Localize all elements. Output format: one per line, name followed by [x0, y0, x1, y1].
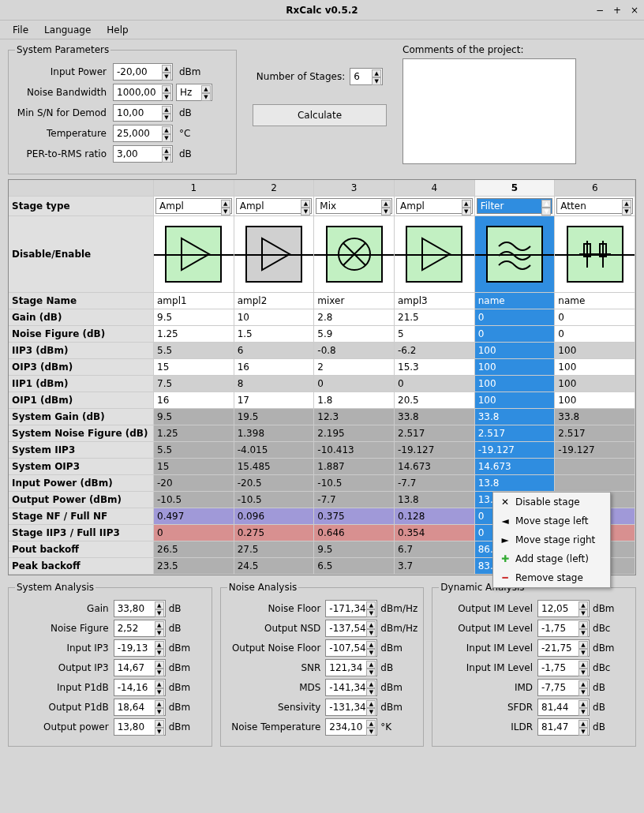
stage-type-select-4[interactable]: Filter▲▼	[477, 198, 553, 214]
cell-12-3[interactable]: 13.8	[395, 492, 475, 508]
minimize-button[interactable]: −	[595, 6, 605, 15]
cell-10-1[interactable]: 15.485	[234, 459, 315, 474]
cell-10-4[interactable]: 14.673	[475, 459, 556, 474]
cell-15-2[interactable]: 9.5	[314, 541, 395, 557]
cell-16-3[interactable]: 3.7	[395, 558, 475, 574]
maximize-button[interactable]: +	[612, 6, 622, 15]
cell-0-2[interactable]: mixer	[314, 293, 395, 309]
cell-16-0[interactable]: 23.5	[154, 558, 234, 574]
col-header-1[interactable]: 1	[154, 180, 234, 196]
cell-14-3[interactable]: 0.354	[395, 525, 475, 541]
cell-13-1[interactable]: 0.096	[234, 508, 315, 524]
cell-7-3[interactable]: 33.8	[395, 409, 475, 425]
menu-language[interactable]: Language	[36, 23, 99, 37]
sys-an-input-0[interactable]: 33,80▲▼	[114, 600, 166, 617]
cell-1-3[interactable]: 21.5	[395, 309, 475, 325]
cell-5-3[interactable]: 0	[395, 376, 475, 392]
cell-4-4[interactable]: 100	[475, 359, 556, 375]
cell-9-1[interactable]: -4.015	[234, 442, 315, 458]
cell-10-2[interactable]: 1.887	[314, 459, 395, 474]
cell-11-3[interactable]: -7.7	[395, 475, 475, 491]
cell-15-0[interactable]: 26.5	[154, 541, 234, 557]
cell-11-2[interactable]: -10.5	[314, 475, 395, 491]
cell-5-2[interactable]: 0	[314, 376, 395, 392]
cell-3-0[interactable]: 5.5	[154, 343, 234, 358]
noise-an-input-1[interactable]: -137,54▲▼	[325, 620, 377, 637]
cell-8-3[interactable]: 2.517	[395, 425, 475, 441]
cell-2-5[interactable]: 0	[555, 326, 635, 342]
stage-type-select-1[interactable]: Ampl▲▼	[236, 198, 313, 214]
cell-2-1[interactable]: 1.5	[234, 326, 315, 342]
sys-an-input-6[interactable]: 13,80▲▼	[114, 718, 166, 736]
noise-an-input-4[interactable]: -141,34▲▼	[325, 679, 377, 696]
cell-12-2[interactable]: -7.7	[314, 492, 395, 508]
dyn-an-input-6[interactable]: 81,47▲▼	[537, 718, 590, 736]
cell-1-4[interactable]: 0	[475, 309, 556, 325]
enable-cell-5[interactable]	[555, 216, 635, 292]
cell-7-0[interactable]: 9.5	[154, 409, 234, 425]
cell-1-2[interactable]: 2.8	[314, 309, 395, 325]
cell-7-4[interactable]: 33.8	[475, 409, 556, 425]
sys-an-input-2[interactable]: -19,13▲▼	[114, 639, 166, 657]
comments-textarea[interactable]	[402, 58, 576, 164]
cell-6-2[interactable]: 1.8	[314, 392, 395, 408]
sp-input-1[interactable]: 1000,00▲▼	[113, 84, 173, 101]
cell-8-1[interactable]: 1.398	[234, 425, 315, 441]
sys-an-input-1[interactable]: 2,52▲▼	[114, 620, 166, 637]
ctx-move-stage-left[interactable]: ◄Move stage left	[493, 511, 610, 530]
cell-11-0[interactable]: -20	[154, 475, 234, 491]
enable-cell-4[interactable]	[475, 216, 556, 292]
cell-9-0[interactable]: 5.5	[154, 442, 234, 458]
col-header-2[interactable]: 2	[234, 180, 315, 196]
cell-11-4[interactable]: 13.8	[475, 475, 556, 491]
cell-5-4[interactable]: 100	[475, 376, 556, 392]
enable-cell-2[interactable]	[314, 216, 395, 292]
menu-help[interactable]: Help	[99, 23, 136, 37]
cell-8-4[interactable]: 2.517	[475, 425, 556, 441]
col-header-4[interactable]: 4	[395, 180, 475, 196]
cell-3-4[interactable]: 100	[475, 343, 556, 358]
cell-7-1[interactable]: 19.5	[234, 409, 315, 425]
stage-type-select-3[interactable]: Ampl▲▼	[396, 198, 473, 214]
dyn-an-input-0[interactable]: 12,05▲▼	[537, 600, 590, 617]
sp-input-3[interactable]: 25,000▲▼	[113, 125, 173, 142]
cell-14-2[interactable]: 0.646	[314, 525, 395, 541]
cell-14-0[interactable]: 0	[154, 525, 234, 541]
cell-15-1[interactable]: 27.5	[234, 541, 315, 557]
noise-an-input-2[interactable]: -107,54▲▼	[325, 639, 377, 657]
dyn-an-input-4[interactable]: -7,75▲▼	[537, 679, 590, 696]
cell-3-1[interactable]: 6	[234, 343, 315, 358]
cell-10-3[interactable]: 14.673	[395, 459, 475, 474]
stage-type-select-5[interactable]: Atten▲▼	[556, 198, 633, 214]
cell-4-0[interactable]: 15	[154, 359, 234, 375]
cell-6-3[interactable]: 20.5	[395, 392, 475, 408]
stage-type-select-0[interactable]: Ampl▲▼	[155, 198, 232, 214]
cell-10-5[interactable]	[555, 459, 635, 474]
ctx-add-stage-left-[interactable]: ✚Add stage (left)	[493, 549, 610, 568]
cell-11-5[interactable]	[555, 475, 635, 491]
cell-8-0[interactable]: 1.25	[154, 425, 234, 441]
calculate-button[interactable]: Calculate	[253, 104, 387, 126]
cell-5-0[interactable]: 7.5	[154, 376, 234, 392]
cell-9-3[interactable]: -19.127	[395, 442, 475, 458]
cell-4-1[interactable]: 16	[234, 359, 315, 375]
cell-13-2[interactable]: 0.375	[314, 508, 395, 524]
cell-2-3[interactable]: 5	[395, 326, 475, 342]
noise-an-input-0[interactable]: -171,34▲▼	[325, 600, 377, 617]
cell-4-3[interactable]: 15.3	[395, 359, 475, 375]
cell-12-1[interactable]: -10.5	[234, 492, 315, 508]
cell-7-5[interactable]: 33.8	[555, 409, 635, 425]
noise-an-input-5[interactable]: -131,34▲▼	[325, 699, 377, 716]
cell-12-0[interactable]: -10.5	[154, 492, 234, 508]
cell-10-0[interactable]: 15	[154, 459, 234, 474]
cell-1-5[interactable]: 0	[555, 309, 635, 325]
cell-2-4[interactable]: 0	[475, 326, 556, 342]
cell-4-5[interactable]: 100	[555, 359, 635, 375]
cell-2-0[interactable]: 1.25	[154, 326, 234, 342]
cell-0-1[interactable]: ampl2	[234, 293, 315, 309]
dyn-an-input-1[interactable]: -1,75▲▼	[537, 620, 590, 637]
cell-14-1[interactable]: 0.275	[234, 525, 315, 541]
cell-5-5[interactable]: 100	[555, 376, 635, 392]
cell-9-2[interactable]: -10.413	[314, 442, 395, 458]
cell-0-5[interactable]: name	[555, 293, 635, 309]
